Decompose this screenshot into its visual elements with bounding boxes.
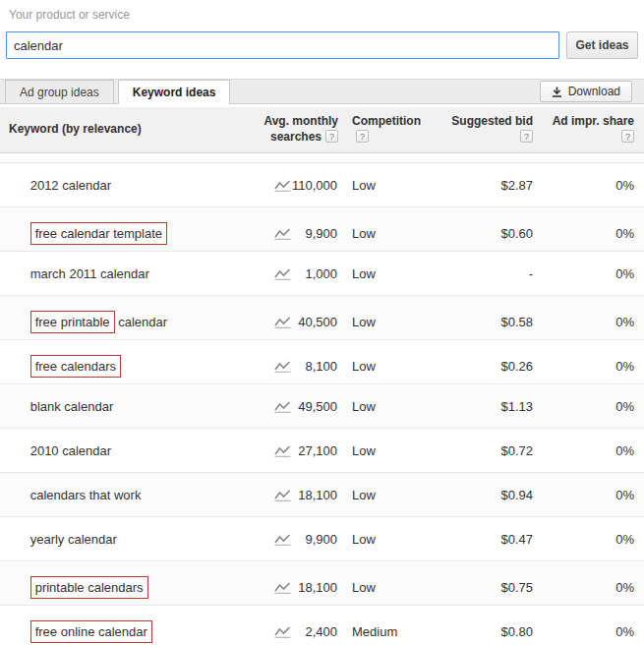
get-ideas-button[interactable]: Get ideas	[566, 31, 638, 59]
header-ad-impr-share[interactable]: Ad impr. share ?	[541, 114, 644, 145]
keyword-highlight-box: free calendars	[30, 355, 121, 378]
header-suggested-bid[interactable]: Suggested bid ?	[442, 114, 541, 145]
tab-keyword-ideas[interactable]: Keyword ideas	[118, 80, 231, 104]
ad-impr-share-cell: 0%	[541, 359, 644, 374]
keyword-cell: march 2011 calendar	[0, 252, 251, 296]
search-row: Get ideas	[6, 31, 638, 59]
competition-cell: Low	[344, 399, 442, 414]
keyword-text: 2010 calendar	[30, 443, 111, 458]
competition-cell: Low	[344, 488, 442, 502]
ad-impr-share-cell: 0%	[541, 178, 644, 193]
tab-ad-group-ideas[interactable]: Ad group ideas	[5, 80, 114, 103]
table-header: Keyword (by relevance) Avg. monthly sear…	[0, 107, 644, 153]
avg-monthly-searches-cell: 110,000	[251, 178, 344, 193]
suggested-bid-cell: $0.75	[442, 580, 541, 595]
keyword-cell: yearly calendar	[0, 517, 251, 561]
keyword-cell: 2012 calendar	[0, 163, 251, 207]
searches-value: 18,100	[298, 580, 337, 595]
help-icon[interactable]: ?	[325, 130, 338, 143]
table-row[interactable]: calendars that work 18,100 Low $0.94 0%	[0, 473, 644, 517]
trend-chart-icon[interactable]	[274, 400, 291, 413]
keyword-cell: blank calendar	[0, 384, 251, 429]
searches-value: 49,500	[298, 399, 337, 414]
keyword-highlight-box: free calendar template	[30, 222, 167, 245]
searches-value: 2,400	[305, 624, 337, 639]
searches-value: 1,000	[305, 266, 337, 281]
suggested-bid-cell: $1.13	[442, 399, 541, 414]
suggested-bid-cell: -	[442, 266, 541, 281]
table-row[interactable]: 2010 calendar 27,100 Low $0.72 0%	[0, 429, 644, 473]
trend-chart-icon[interactable]	[274, 179, 291, 192]
header-searches-line1: Avg. monthly	[263, 114, 338, 128]
table-row[interactable]: blank calendar 49,500 Low $1.13 0%	[0, 384, 644, 429]
avg-monthly-searches-cell: 18,100	[251, 488, 344, 502]
searches-value: 18,100	[298, 488, 337, 502]
trend-chart-icon[interactable]	[274, 267, 291, 280]
suggested-bid-cell: $0.58	[442, 315, 541, 329]
suggested-bid-cell: $0.47	[442, 532, 541, 547]
trend-chart-icon[interactable]	[274, 444, 291, 457]
competition-cell: Low	[344, 266, 442, 281]
competition-cell: Low	[344, 532, 442, 547]
avg-monthly-searches-cell: 9,900	[251, 226, 344, 241]
header-searches-line2: searches	[270, 130, 322, 144]
trend-chart-icon[interactable]	[274, 360, 291, 373]
avg-monthly-searches-cell: 40,500	[251, 315, 344, 329]
searches-value: 27,100	[298, 443, 337, 458]
header-keyword[interactable]: Keyword (by relevance)	[0, 122, 251, 138]
keyword-text: calendar	[115, 315, 167, 329]
header-avg-monthly-searches[interactable]: Avg. monthly searches?	[251, 114, 344, 145]
avg-monthly-searches-cell: 27,100	[251, 443, 344, 458]
header-competition[interactable]: Competition?	[344, 114, 442, 145]
competition-cell: Low	[344, 178, 442, 193]
suggested-bid-cell: $0.80	[442, 624, 541, 639]
competition-cell: Low	[344, 226, 442, 241]
trend-chart-icon[interactable]	[274, 533, 291, 546]
searches-value: 9,900	[305, 532, 337, 547]
tab-bar: Ad group ideas Keyword ideas Download	[0, 79, 644, 104]
table-row[interactable]: printable calendars 18,100 Low $0.75 0%	[0, 561, 644, 606]
ad-impr-share-cell: 0%	[541, 624, 644, 639]
searches-value: 9,900	[305, 226, 337, 241]
avg-monthly-searches-cell: 9,900	[251, 532, 344, 547]
competition-cell: Low	[344, 443, 442, 458]
help-icon[interactable]: ?	[520, 130, 533, 143]
trend-chart-icon[interactable]	[274, 581, 291, 594]
ad-impr-share-cell: 0%	[541, 266, 644, 281]
trend-chart-icon[interactable]	[274, 316, 291, 328]
product-service-input[interactable]	[6, 31, 559, 59]
keyword-highlight-box: free printable	[30, 311, 115, 333]
keyword-planner: Your product or service Get ideas Ad gro…	[0, 0, 644, 645]
competition-cell: Medium	[344, 624, 442, 639]
ad-impr-share-cell: 0%	[541, 399, 644, 414]
avg-monthly-searches-cell: 2,400	[251, 624, 344, 639]
table-row[interactable]: free printable calendar 40,500 Low $0.58…	[0, 296, 644, 340]
ad-impr-share-cell: 0%	[541, 226, 644, 241]
search-section: Your product or service Get ideas	[0, 0, 644, 59]
keyword-text: calendars that work	[30, 488, 142, 502]
table-row[interactable]: march 2011 calendar 1,000 Low - 0%	[0, 252, 644, 296]
keyword-highlight-box: free online calendar	[30, 620, 152, 643]
download-button[interactable]: Download	[540, 81, 632, 102]
ad-impr-share-cell: 0%	[541, 443, 644, 458]
table-row[interactable]: free calendar template 9,900 Low $0.60 0…	[0, 207, 644, 252]
help-icon[interactable]: ?	[356, 130, 369, 143]
competition-cell: Low	[344, 315, 442, 329]
trend-chart-icon[interactable]	[274, 489, 291, 501]
download-label: Download	[568, 85, 620, 98]
table-row[interactable]: free calendars 8,100 Low $0.26 0%	[0, 340, 644, 384]
avg-monthly-searches-cell: 8,100	[251, 359, 344, 374]
header-bid-label: Suggested bid	[448, 114, 533, 130]
suggested-bid-cell: $0.60	[442, 226, 541, 241]
table-row[interactable]: 2012 calendar 110,000 Low $2.87 0%	[0, 163, 644, 207]
table-row[interactable]: yearly calendar 9,900 Low $0.47 0%	[0, 517, 644, 561]
download-icon	[552, 87, 562, 97]
trend-chart-icon[interactable]	[274, 227, 291, 240]
keyword-text: yearly calendar	[30, 532, 117, 547]
help-icon[interactable]: ?	[621, 130, 634, 143]
trend-chart-icon[interactable]	[274, 625, 291, 638]
avg-monthly-searches-cell: 18,100	[251, 580, 344, 595]
searches-value: 40,500	[298, 315, 337, 329]
suggested-bid-cell: $0.26	[442, 359, 541, 374]
table-row[interactable]: free online calendar 2,400 Medium $0.80 …	[0, 606, 644, 645]
